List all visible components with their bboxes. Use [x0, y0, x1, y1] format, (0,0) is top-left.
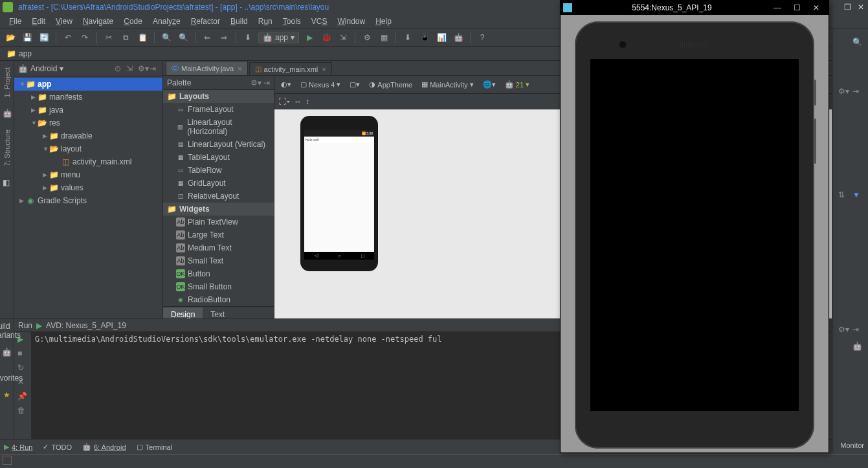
menu-view[interactable]: View [52, 16, 76, 27]
android-icon[interactable]: 🤖 [2, 348, 12, 357]
volume-button[interactable] [814, 118, 816, 164]
palette-item-framelayout[interactable]: ▭FrameLayout [163, 103, 274, 116]
menu-navigate[interactable]: Navigate [79, 16, 117, 27]
play-icon[interactable]: ▶ [36, 321, 42, 330]
palette-category-layouts[interactable]: 📁Layouts [163, 90, 274, 103]
hide-icon[interactable]: ⇥ [852, 325, 863, 335]
attach-icon[interactable]: ⇲ [337, 31, 350, 44]
tab-project[interactable]: 1: Project [2, 63, 12, 101]
tree-node-gradle[interactable]: ▶◉Gradle Scripts [14, 194, 162, 207]
project-tree[interactable]: ▼📁app ▶📁manifests ▶📁java ▼📂res ▶📁drawabl… [14, 76, 162, 318]
tree-node-values[interactable]: ▶📁values [14, 181, 162, 194]
device-selector[interactable]: ▢ Nexus 4▾ [298, 79, 343, 90]
highlight-icon[interactable]: ◐▾ [278, 79, 294, 90]
palette-item-mediumtext[interactable]: AbMedium Text [163, 241, 274, 254]
structure-icon[interactable]: ◧ [3, 178, 12, 187]
emulator-screen[interactable] [590, 59, 799, 411]
tree-node-layout[interactable]: ▼📂layout [14, 142, 162, 155]
menu-build[interactable]: Build [227, 16, 252, 27]
gear-icon[interactable]: ⚙▾ [838, 87, 849, 97]
palette-item-linearlayout-h[interactable]: ▥LinearLayout (Horizontal) [163, 116, 274, 138]
replace-icon[interactable]: 🔍 [177, 31, 190, 44]
make-icon[interactable]: ⬇ [241, 31, 254, 44]
tree-node-drawable[interactable]: ▶📁drawable [14, 129, 162, 142]
gear-icon[interactable]: ⚙▾ [250, 78, 262, 87]
menu-help[interactable]: Help [372, 16, 395, 27]
locale-icon[interactable]: 🌐▾ [480, 79, 498, 90]
tab-activity-main[interactable]: ◫ activity_main.xml × [249, 62, 332, 75]
palette-category-widgets[interactable]: 📁Widgets [163, 203, 274, 216]
menu-tools[interactable]: Tools [279, 16, 305, 27]
orientation-icon[interactable]: ▢▾ [347, 79, 362, 90]
cut-icon[interactable]: ✂ [102, 31, 115, 44]
palette-item-smalltext[interactable]: AbSmall Text [163, 254, 274, 267]
menu-refactor[interactable]: Refactor [187, 16, 224, 27]
tab-android[interactable]: 🤖6: Android [82, 443, 126, 451]
search-icon[interactable]: 🔍 [852, 38, 863, 48]
tab-terminal[interactable]: ▢Terminal [137, 443, 173, 451]
run-config-selector[interactable]: 🤖 app ▾ [258, 32, 299, 43]
breadcrumb-item[interactable]: 📁 app [4, 49, 34, 58]
palette-item-button[interactable]: OKButton [163, 267, 274, 280]
save-icon[interactable]: 💾 [21, 31, 34, 44]
theme-selector[interactable]: ◑ AppTheme [366, 79, 415, 90]
tree-node-manifests[interactable]: ▶📁manifests [14, 91, 162, 104]
copy-icon[interactable]: ⧉ [119, 31, 132, 44]
tab-monitor[interactable]: Monitor [840, 441, 864, 449]
palette-item-tablelayout[interactable]: ▦TableLayout [163, 151, 274, 164]
monitor-icon[interactable]: 📊 [435, 31, 448, 44]
sync-icon[interactable]: 🔄 [38, 31, 50, 44]
gear-icon[interactable]: ⚙▾ [138, 64, 147, 73]
palette-item-relativelayout[interactable]: ◫RelativeLayout [163, 190, 274, 203]
funnel-icon[interactable]: ▼ [852, 190, 863, 201]
android-icon[interactable]: 🤖 [852, 342, 863, 352]
menu-analyze[interactable]: Analyze [149, 16, 184, 27]
power-button[interactable] [814, 80, 816, 106]
palette-item-smallbutton[interactable]: OKSmall Button [163, 280, 274, 293]
debug-icon[interactable]: 🐞 [320, 31, 333, 44]
project-scope-selector[interactable]: Android ▾ [30, 64, 63, 73]
minimize-icon[interactable]: — [768, 3, 787, 12]
tab-favorites[interactable]: 2: Favorites [0, 364, 23, 383]
collapse-icon[interactable]: ⇲ [126, 64, 135, 73]
tree-node-activity-main[interactable]: ◫activity_main.xml [14, 155, 162, 168]
menu-edit[interactable]: Edit [28, 16, 49, 27]
hide-icon[interactable]: ⇥ [150, 64, 159, 73]
fit-icon[interactable]: ⛶▾ [278, 97, 290, 106]
menu-run[interactable]: Run [254, 16, 276, 27]
open-icon[interactable]: 📂 [4, 31, 17, 44]
maximize-icon[interactable]: ☐ [787, 3, 807, 12]
statusbar-icon[interactable] [3, 456, 12, 465]
stop-icon[interactable]: ■ [17, 349, 28, 359]
pin-icon[interactable]: 📌 [17, 392, 28, 402]
wrap-width-icon[interactable]: ↔ [294, 97, 302, 106]
hide-icon[interactable]: ⇥ [852, 87, 863, 97]
palette-item-radiobutton[interactable]: ◉RadioButton [163, 293, 274, 306]
wrap-height-icon[interactable]: ↕ [306, 97, 309, 106]
help-icon[interactable]: ? [476, 31, 489, 44]
undo-icon[interactable]: ↶ [61, 31, 74, 44]
close-icon[interactable]: × [322, 65, 326, 73]
paste-icon[interactable]: 📋 [136, 31, 149, 44]
filter-icon[interactable]: ⇅ [838, 190, 849, 201]
close-icon[interactable]: ✕ [858, 3, 864, 12]
palette-list[interactable]: 📁Layouts ▭FrameLayout ▥LinearLayout (Hor… [163, 90, 274, 306]
menu-vcs[interactable]: VCS [307, 16, 331, 27]
close-icon[interactable]: ✕ [807, 3, 826, 12]
tab-mainactivity[interactable]: Ⓒ MainActivity.java × [166, 61, 248, 75]
menu-code[interactable]: Code [120, 16, 146, 27]
emulator-window[interactable]: 5554:Nexus_5_API_19 — ☐ ✕ [560, 0, 829, 453]
star-icon[interactable]: ★ [3, 390, 10, 399]
sdk-icon[interactable]: ⬇ [401, 31, 414, 44]
palette-item-gridlayout[interactable]: ▦GridLayout [163, 177, 274, 190]
api-selector[interactable]: 🤖21▾ [502, 79, 532, 90]
emulator-titlebar[interactable]: 5554:Nexus_5_API_19 — ☐ ✕ [561, 1, 829, 15]
gear-icon[interactable]: ⚙▾ [838, 325, 849, 335]
menu-file[interactable]: File [5, 16, 25, 27]
forward-icon[interactable]: ⇒ [217, 31, 230, 44]
tree-node-java[interactable]: ▶📁java [14, 104, 162, 117]
close-icon[interactable]: × [238, 65, 241, 72]
tree-node-app[interactable]: ▼📁app [14, 78, 162, 91]
tree-node-res[interactable]: ▼📂res [14, 117, 162, 129]
redo-icon[interactable]: ↷ [78, 31, 91, 44]
